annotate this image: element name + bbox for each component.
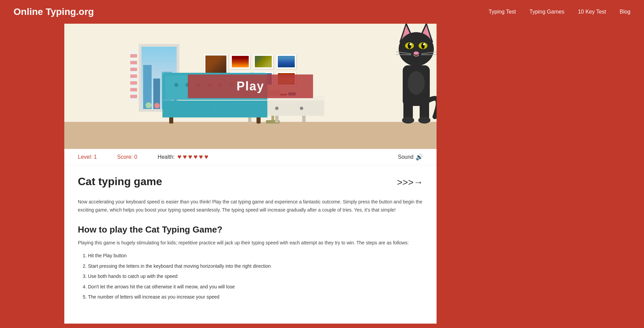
- sofa-seat: [162, 101, 267, 117]
- sofa-cushion-2: [215, 101, 267, 117]
- console-dot-2: [275, 107, 279, 110]
- play-button[interactable]: Play: [188, 74, 313, 98]
- svg-point-10: [423, 43, 425, 45]
- score-indicator: Score: 0: [117, 154, 137, 160]
- status-bar: Level: 1 Score: 0 Health: ♥ ♥ ♥ ♥ ♥ ♥ So…: [64, 149, 437, 165]
- site-logo[interactable]: Online Typing.org: [14, 6, 94, 17]
- photo-sunset: [230, 54, 250, 69]
- play-button-label: Play: [237, 79, 264, 93]
- sofa-leg-1: [169, 117, 173, 124]
- nav-typing-test[interactable]: Typing Test: [489, 9, 516, 15]
- steps-list: Hit the Play button Start pressing the l…: [78, 252, 423, 301]
- heart-3: ♥: [188, 153, 192, 161]
- step-4: Don't let the arrows hit the cat otherwi…: [88, 283, 423, 290]
- step-5: The number of letters will increase as y…: [88, 293, 423, 301]
- next-arrow[interactable]: >>>→: [397, 177, 423, 188]
- room-floor: [64, 122, 437, 149]
- main-nav: Typing Test Typing Games 10 Key Test Blo…: [489, 9, 630, 15]
- heart-4: ♥: [194, 153, 198, 161]
- heart-6: ♥: [204, 153, 208, 161]
- svg-line-15: [421, 54, 437, 55]
- nav-typing-games[interactable]: Typing Games: [530, 9, 564, 15]
- header: Online Typing.org Typing Test Typing Gam…: [0, 0, 644, 24]
- sofa-leg-2: [257, 117, 261, 124]
- svg-line-13: [396, 54, 411, 55]
- console-leg-3: [302, 116, 306, 123]
- intro-paragraph: Now accelerating your keyboard speed is …: [78, 198, 423, 214]
- hearts-display: ♥ ♥ ♥ ♥ ♥ ♥: [177, 153, 208, 161]
- circle-green: [146, 102, 152, 108]
- how-to-intro: Playing this game is hugely stimulating …: [78, 239, 423, 247]
- step-2: Start pressing the letters in the keyboa…: [88, 262, 423, 270]
- level-indicator: Level: 1: [78, 154, 97, 160]
- console-dot-3: [300, 107, 303, 110]
- svg-point-11: [414, 51, 419, 55]
- svg-point-19: [402, 117, 414, 124]
- page-title: Cat typing game: [78, 175, 162, 188]
- heart-1: ♥: [177, 153, 181, 161]
- cat-character: [396, 24, 437, 124]
- content-area: Cat typing game >>>→ Now accelerating yo…: [64, 165, 437, 324]
- console-leg-2: [275, 116, 279, 123]
- sound-icon[interactable]: 🔊: [416, 153, 423, 161]
- health-section: Health: ♥ ♥ ♥ ♥ ♥ ♥: [158, 153, 208, 161]
- circle-red-1: [154, 103, 160, 108]
- candy-cane-decoration: [130, 51, 137, 102]
- game-area: Play: [64, 24, 437, 149]
- sound-section[interactable]: Sound 🔊: [398, 153, 423, 161]
- sofa-cushion-1: [162, 101, 215, 117]
- step-1: Hit the Play button: [88, 252, 423, 259]
- sofa-legs: [162, 117, 267, 124]
- photo-water: [276, 54, 296, 69]
- health-label: Health:: [158, 154, 175, 160]
- photo-mountain: [253, 54, 273, 69]
- svg-point-20: [418, 117, 430, 124]
- step-3: Use both hands to catch up with the spee…: [88, 272, 423, 280]
- sofa-dot-1: [174, 83, 178, 87]
- svg-point-9: [409, 43, 412, 45]
- heart-5: ♥: [199, 153, 203, 161]
- how-to-heading: How to play the Cat Typing Game?: [78, 224, 423, 235]
- svg-point-21: [408, 71, 425, 95]
- heart-2: ♥: [183, 153, 187, 161]
- main-container: Play Level: 1 Score: 0 Health: ♥ ♥ ♥ ♥ ♥…: [64, 24, 437, 324]
- cat-svg: [396, 24, 437, 124]
- sofa-cushions: [162, 101, 267, 117]
- nav-10-key-test[interactable]: 10 Key Test: [578, 9, 606, 15]
- svg-point-4: [399, 32, 434, 66]
- nav-blog[interactable]: Blog: [620, 9, 630, 15]
- sound-label: Sound: [398, 154, 414, 160]
